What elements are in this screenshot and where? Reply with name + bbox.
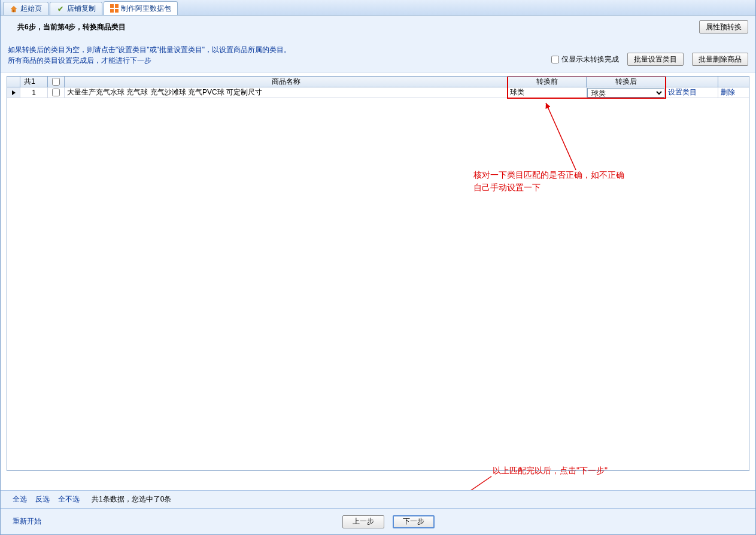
header-after: 转换后 [587,77,666,87]
row-delete[interactable]: 删除 [718,87,745,98]
tab-home[interactable]: 起始页 [3,2,48,15]
tab-label: 制作阿里数据包 [121,4,171,14]
row-marker [7,87,20,98]
only-unfinished-label: 仅显示未转换完成 [561,54,619,65]
restart-link[interactable]: 重新开始 [13,516,41,527]
preconvert-button[interactable]: 属性预转换 [699,20,748,34]
annotation-arrow-icon [540,98,588,176]
only-unfinished-checkbox[interactable]: 仅显示未转换完成 [551,54,619,65]
select-none-link[interactable]: 全不选 [58,494,80,504]
invert-selection-link[interactable]: 反选 [35,494,50,504]
batch-set-category-button[interactable]: 批量设置类目 [627,53,684,66]
svg-rect-0 [13,10,14,12]
row-product-name: 大量生产充气水球 充气球 充气沙滩球 充气PVC球 可定制尺寸 [65,87,508,98]
header-set [666,77,718,87]
row-set-category[interactable]: 设置类目 [666,87,718,98]
header-marker [7,77,20,87]
products-table: 共1 商品名称 转换前 转换后 1 大量生产充气水球 充气球 充气沙滩球 充气P… [7,76,749,471]
header-del [718,77,745,87]
tab-label: 店铺复制 [67,4,96,14]
current-row-arrow-icon [12,90,16,95]
check-icon: ✔ [56,5,65,13]
tab-shop-copy[interactable]: ✔ 店铺复制 [50,2,102,15]
home-icon [10,5,18,13]
prev-step-button[interactable]: 上一步 [342,515,384,528]
select-all-link[interactable]: 全选 [13,494,27,504]
tab-make-ali-package[interactable]: 制作阿里数据包 [104,1,178,15]
header-before: 转换前 [508,77,587,87]
row-category-before: 球类 [508,87,587,98]
step-title: 共6步，当前第4步，转换商品类目 [8,22,126,32]
hint-line1: 如果转换后的类目为空，则请点击"设置类目"或"批量设置类目"，以设置商品所属的类… [8,44,291,55]
hint-text: 如果转换后的类目为空，则请点击"设置类目"或"批量设置类目"，以设置商品所属的类… [8,44,291,66]
category-after-select[interactable]: 球类 [587,88,664,98]
nav-footer: 重新开始 上一步 下一步 [1,508,755,534]
row-category-after[interactable]: 球类 [587,87,666,98]
header-checkbox-input[interactable] [52,78,60,86]
header-name: 商品名称 [65,77,508,87]
tabs-bar: 起始页 ✔ 店铺复制 制作阿里数据包 [1,0,755,16]
row-checkbox-cell[interactable] [48,87,65,98]
next-step-button[interactable]: 下一步 [393,515,435,528]
tab-label: 起始页 [20,4,42,14]
batch-delete-button[interactable]: 批量删除商品 [692,53,748,66]
table-row[interactable]: 1 大量生产充气水球 充气球 充气沙滩球 充气PVC球 可定制尺寸 球类 球类 … [7,87,749,98]
selection-footer: 全选 反选 全不选 共1条数据，您选中了0条 [1,490,755,508]
step-header: 共6步，当前第4步，转换商品类目 属性预转换 如果转换后的类目为空，则请点击"设… [1,16,755,72]
row-index: 1 [20,87,48,98]
header-total: 共1 [20,77,48,87]
table-header-row: 共1 商品名称 转换前 转换后 [7,77,749,87]
selection-info: 共1条数据，您选中了0条 [92,494,171,504]
grid-icon [110,4,119,13]
only-unfinished-input[interactable] [551,56,559,63]
header-checkbox[interactable] [48,77,65,87]
hint-line2: 所有商品的类目设置完成后，才能进行下一步 [8,55,291,66]
row-checkbox[interactable] [52,89,60,96]
svg-line-1 [546,103,576,170]
